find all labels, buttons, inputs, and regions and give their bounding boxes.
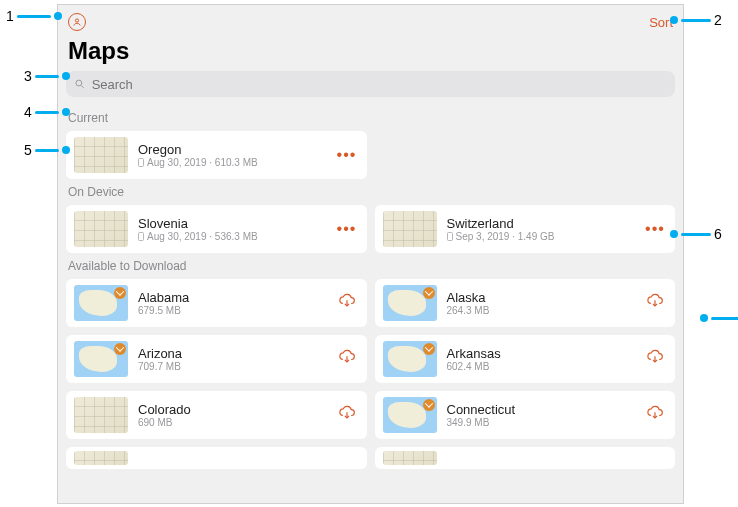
device-icon (138, 158, 144, 167)
map-meta: Aug 30, 2019 · 610.3 MB (147, 157, 258, 168)
map-card[interactable]: Colorado690 MB (66, 391, 367, 439)
cloud-download-icon (337, 403, 357, 423)
scroll-area[interactable]: Current OregonAug 30, 2019 · 610.3 MB•••… (58, 105, 683, 504)
card-text: Colorado690 MB (138, 402, 335, 428)
download-button[interactable] (643, 403, 667, 427)
map-card[interactable]: Alabama679.5 MB (66, 279, 367, 327)
map-subtitle: 690 MB (138, 417, 335, 428)
sort-button[interactable]: Sort (649, 15, 673, 30)
svg-point-1 (76, 80, 82, 86)
update-badge-icon (423, 399, 435, 411)
map-card[interactable]: SwitzerlandSep 3, 2019 · 1.49 GB••• (375, 205, 676, 253)
map-meta: Aug 30, 2019 · 536.3 MB (147, 231, 258, 242)
map-thumbnail (383, 211, 437, 247)
card-text: Alabama679.5 MB (138, 290, 335, 316)
map-card[interactable]: OregonAug 30, 2019 · 610.3 MB••• (66, 131, 367, 179)
download-button[interactable] (335, 403, 359, 427)
card-text: OregonAug 30, 2019 · 610.3 MB (138, 142, 335, 168)
map-title: Alabama (138, 290, 335, 305)
map-card-partial[interactable] (66, 447, 367, 469)
map-title: Colorado (138, 402, 335, 417)
map-thumbnail (383, 285, 437, 321)
map-card[interactable]: SloveniaAug 30, 2019 · 536.3 MB••• (66, 205, 367, 253)
map-meta: 709.7 MB (138, 361, 181, 372)
more-button[interactable]: ••• (335, 220, 359, 238)
map-title: Arizona (138, 346, 335, 361)
search-input[interactable] (92, 77, 667, 92)
map-card[interactable]: Arizona709.7 MB (66, 335, 367, 383)
card-text: Alaska264.3 MB (447, 290, 644, 316)
section-available: Alabama679.5 MBAlaska264.3 MBArizona709.… (66, 279, 675, 439)
device-icon (138, 232, 144, 241)
cloud-download-icon (645, 347, 665, 367)
more-button[interactable]: ••• (643, 220, 667, 238)
download-button[interactable] (335, 291, 359, 315)
page-title: Maps (58, 33, 683, 71)
section-label-available: Available to Download (68, 259, 673, 273)
download-button[interactable] (335, 347, 359, 371)
map-title: Slovenia (138, 216, 335, 231)
cloud-download-icon (337, 291, 357, 311)
map-meta: 264.3 MB (447, 305, 490, 316)
device-icon (447, 232, 453, 241)
download-button[interactable] (643, 291, 667, 315)
map-thumbnail (74, 285, 128, 321)
section-on-device: SloveniaAug 30, 2019 · 536.3 MB•••Switze… (66, 205, 675, 253)
cloud-download-icon (645, 403, 665, 423)
section-label-current: Current (68, 111, 673, 125)
map-thumbnail (74, 211, 128, 247)
card-text: Arkansas602.4 MB (447, 346, 644, 372)
more-button[interactable]: ••• (335, 146, 359, 164)
map-title: Arkansas (447, 346, 644, 361)
map-thumbnail (383, 341, 437, 377)
more-icon: ••• (337, 220, 357, 237)
search-icon (74, 78, 86, 90)
map-thumbnail (74, 397, 128, 433)
section-available-overflow (66, 447, 675, 469)
topbar: Sort (58, 5, 683, 33)
map-thumbnail (74, 341, 128, 377)
map-card[interactable]: Arkansas602.4 MB (375, 335, 676, 383)
map-card[interactable]: Connecticut349.9 MB (375, 391, 676, 439)
map-subtitle: Aug 30, 2019 · 610.3 MB (138, 157, 335, 168)
map-subtitle: 679.5 MB (138, 305, 335, 316)
card-text: SwitzerlandSep 3, 2019 · 1.49 GB (447, 216, 644, 242)
update-badge-icon (423, 287, 435, 299)
callout-1: 1 (6, 8, 62, 24)
section-current: OregonAug 30, 2019 · 610.3 MB••• (66, 131, 675, 179)
app-window: Sort Maps Current OregonAug 30, 2019 · 6… (57, 4, 684, 504)
svg-point-0 (75, 19, 78, 22)
card-text: Connecticut349.9 MB (447, 402, 644, 428)
map-title: Oregon (138, 142, 335, 157)
update-badge-icon (423, 343, 435, 355)
map-meta: Sep 3, 2019 · 1.49 GB (456, 231, 555, 242)
profile-icon[interactable] (68, 13, 86, 31)
more-icon: ••• (337, 146, 357, 163)
update-badge-icon (114, 287, 126, 299)
map-title: Switzerland (447, 216, 644, 231)
map-thumbnail (383, 397, 437, 433)
map-subtitle: 602.4 MB (447, 361, 644, 372)
search-field[interactable] (66, 71, 675, 97)
card-text: SloveniaAug 30, 2019 · 536.3 MB (138, 216, 335, 242)
callout-7: 7 (700, 310, 738, 326)
map-title: Alaska (447, 290, 644, 305)
svg-line-2 (81, 85, 83, 87)
map-title: Connecticut (447, 402, 644, 417)
map-meta: 679.5 MB (138, 305, 181, 316)
map-card-partial[interactable] (375, 447, 676, 469)
map-subtitle: 709.7 MB (138, 361, 335, 372)
cloud-download-icon (337, 347, 357, 367)
download-button[interactable] (643, 347, 667, 371)
map-card[interactable]: Alaska264.3 MB (375, 279, 676, 327)
update-badge-icon (114, 343, 126, 355)
map-subtitle: 349.9 MB (447, 417, 644, 428)
map-subtitle: Sep 3, 2019 · 1.49 GB (447, 231, 644, 242)
cloud-download-icon (645, 291, 665, 311)
card-text: Arizona709.7 MB (138, 346, 335, 372)
section-label-on-device: On Device (68, 185, 673, 199)
map-meta: 602.4 MB (447, 361, 490, 372)
map-subtitle: Aug 30, 2019 · 536.3 MB (138, 231, 335, 242)
map-thumbnail (74, 137, 128, 173)
map-meta: 349.9 MB (447, 417, 490, 428)
